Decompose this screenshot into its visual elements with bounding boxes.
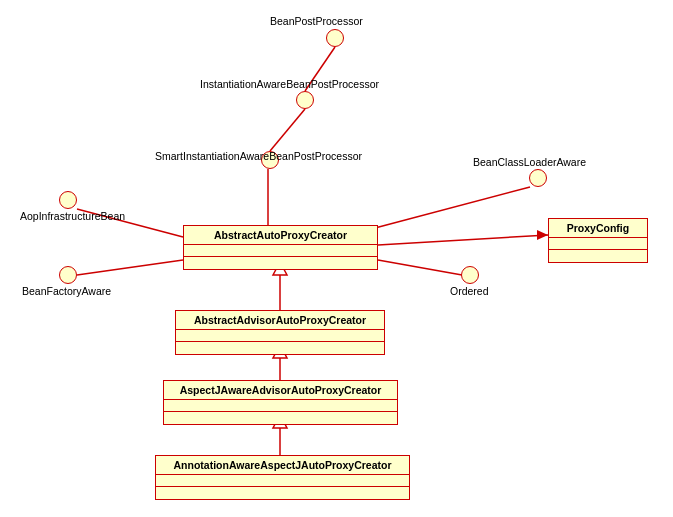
ordered-circle (461, 266, 479, 284)
bean-post-processor-circle (326, 29, 344, 47)
aspectj-aware-advisor-class: AspectJAwareAdvisorAutoProxyCreator (163, 380, 398, 425)
svg-line-3 (375, 187, 530, 228)
bean-factory-aware-circle (59, 266, 77, 284)
proxy-config-class: ProxyConfig (548, 218, 648, 263)
ordered-label: Ordered (450, 285, 489, 297)
abstract-auto-proxy-creator-class: AbstractAutoProxyCreator (183, 225, 378, 270)
aop-infrastructure-circle (59, 191, 77, 209)
abstract-advisor-section2 (176, 342, 384, 354)
aspectj-aware-advisor-label: AspectJAwareAdvisorAutoProxyCreator (164, 381, 397, 400)
aspectj-aware-section1 (164, 400, 397, 412)
annotation-aware-aspectj-label: AnnotationAwareAspectJAutoProxyCreator (156, 456, 409, 475)
instantiation-aware-label: InstantiationAwareBeanPostProcessor (200, 78, 379, 90)
abstract-advisor-auto-proxy-creator-label: AbstractAdvisorAutoProxyCreator (176, 311, 384, 330)
abstract-auto-proxy-creator-section2 (184, 257, 377, 269)
bean-post-processor-label: BeanPostProcessor (270, 15, 363, 27)
proxy-config-label: ProxyConfig (549, 219, 647, 238)
bean-class-loader-label: BeanClassLoaderAware (473, 156, 586, 168)
annotation-aware-aspectj-class: AnnotationAwareAspectJAutoProxyCreator (155, 455, 410, 500)
diagram-container: BeanPostProcessor InstantiationAwareBean… (0, 0, 673, 517)
svg-marker-8 (537, 230, 548, 240)
annotation-aware-section1 (156, 475, 409, 487)
abstract-advisor-section1 (176, 330, 384, 342)
svg-line-6 (378, 260, 462, 275)
aop-infrastructure-label: AopInfrastructureBean (20, 210, 125, 222)
proxy-config-section1 (549, 238, 647, 250)
proxy-config-section2 (549, 250, 647, 262)
svg-line-1 (270, 109, 305, 151)
instantiation-aware-circle (296, 91, 314, 109)
abstract-auto-proxy-creator-label: AbstractAutoProxyCreator (184, 226, 377, 245)
svg-line-5 (77, 260, 183, 275)
bean-factory-aware-label: BeanFactoryAware (22, 285, 111, 297)
abstract-advisor-auto-proxy-creator-class: AbstractAdvisorAutoProxyCreator (175, 310, 385, 355)
annotation-aware-section2 (156, 487, 409, 499)
bean-class-loader-circle (529, 169, 547, 187)
svg-line-7 (378, 235, 548, 245)
aspectj-aware-section2 (164, 412, 397, 424)
abstract-auto-proxy-creator-section1 (184, 245, 377, 257)
smart-instantiation-label: SmartInstantiationAwareBeanPostProcessor (155, 150, 362, 162)
